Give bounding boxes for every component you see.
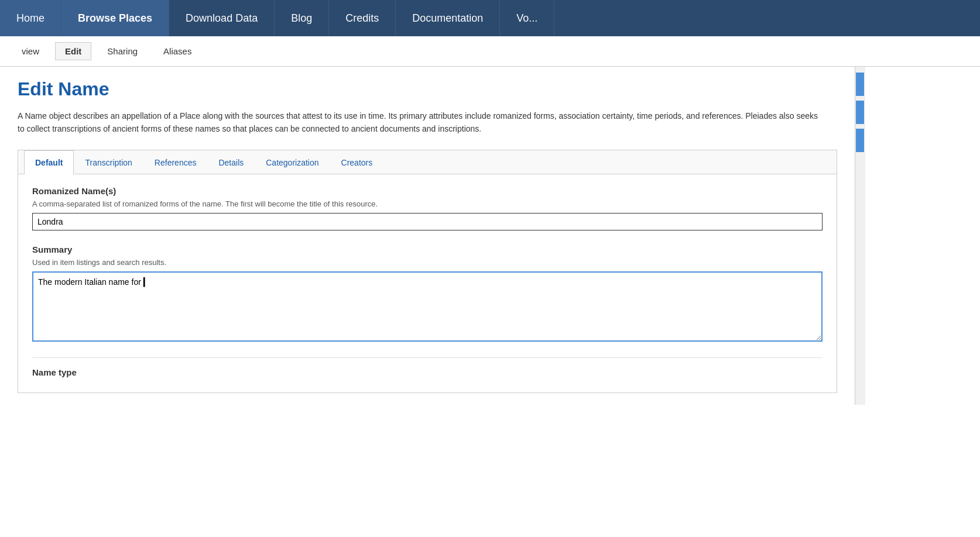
form-tab-bar: Default Transcription References Details… — [18, 150, 837, 174]
form-tab-default[interactable]: Default — [24, 150, 74, 174]
romanized-name-description: A comma-separated list of romanized form… — [32, 199, 823, 208]
nav-documentation[interactable]: Documentation — [396, 0, 500, 36]
sidebar-button-1[interactable] — [856, 73, 864, 96]
nav-credits[interactable]: Credits — [329, 0, 396, 36]
page-description: A Name object describes an appellation o… — [18, 109, 825, 136]
nav-vo[interactable]: Vo... — [500, 0, 554, 36]
summary-description: Used in item listings and search results… — [32, 258, 823, 267]
summary-textarea[interactable]: The modern Italian name for ▎ — [32, 271, 823, 342]
form-tab-details[interactable]: Details — [207, 150, 255, 174]
edit-form: Default Transcription References Details… — [18, 150, 837, 393]
form-tab-creators[interactable]: Creators — [330, 150, 384, 174]
nav-browse-places[interactable]: Browse Places — [61, 0, 169, 36]
sidebar-button-3[interactable] — [856, 129, 864, 152]
right-sidebar-inner — [855, 67, 865, 152]
tab-edit[interactable]: Edit — [55, 42, 91, 60]
romanized-name-section: Romanized Name(s) A comma-separated list… — [32, 186, 823, 230]
form-tab-transcription[interactable]: Transcription — [74, 150, 143, 174]
nav-home[interactable]: Home — [0, 0, 61, 36]
nav-download-data[interactable]: Download Data — [169, 0, 275, 36]
form-body: Romanized Name(s) A comma-separated list… — [18, 174, 837, 393]
name-type-section: Name type — [32, 357, 823, 377]
tab-aliases[interactable]: Aliases — [153, 42, 201, 60]
sub-tab-bar: view Edit Sharing Aliases — [0, 36, 980, 67]
form-tab-categorization[interactable]: Categorization — [255, 150, 330, 174]
tab-sharing[interactable]: Sharing — [97, 42, 148, 60]
romanized-name-label: Romanized Name(s) — [32, 186, 823, 196]
tab-view[interactable]: view — [12, 42, 49, 60]
name-type-label: Name type — [32, 367, 823, 377]
form-tab-references[interactable]: References — [143, 150, 208, 174]
page-title: Edit Name — [18, 78, 837, 100]
summary-section: Summary Used in item listings and search… — [32, 245, 823, 343]
sidebar-button-2[interactable] — [856, 101, 864, 124]
summary-label: Summary — [32, 245, 823, 254]
romanized-name-input[interactable] — [32, 213, 823, 230]
nav-blog[interactable]: Blog — [275, 0, 329, 36]
right-sidebar — [855, 67, 865, 405]
navigation-bar: Home Browse Places Download Data Blog Cr… — [0, 0, 980, 36]
